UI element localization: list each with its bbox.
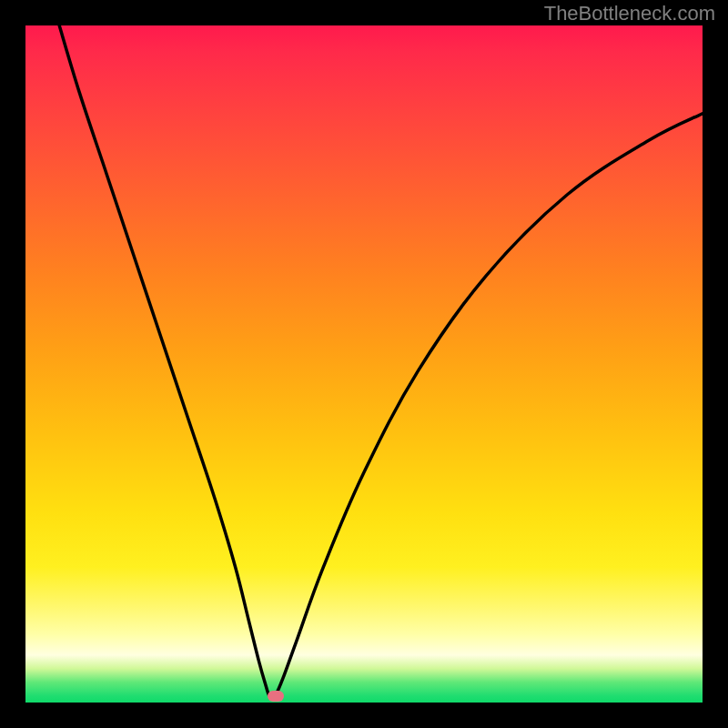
plot-area — [25, 25, 703, 703]
bottleneck-curve — [59, 25, 703, 697]
optimal-point-marker — [268, 691, 284, 702]
attribution-text: TheBottleneck.com — [544, 2, 715, 25]
curve-svg — [25, 25, 703, 703]
